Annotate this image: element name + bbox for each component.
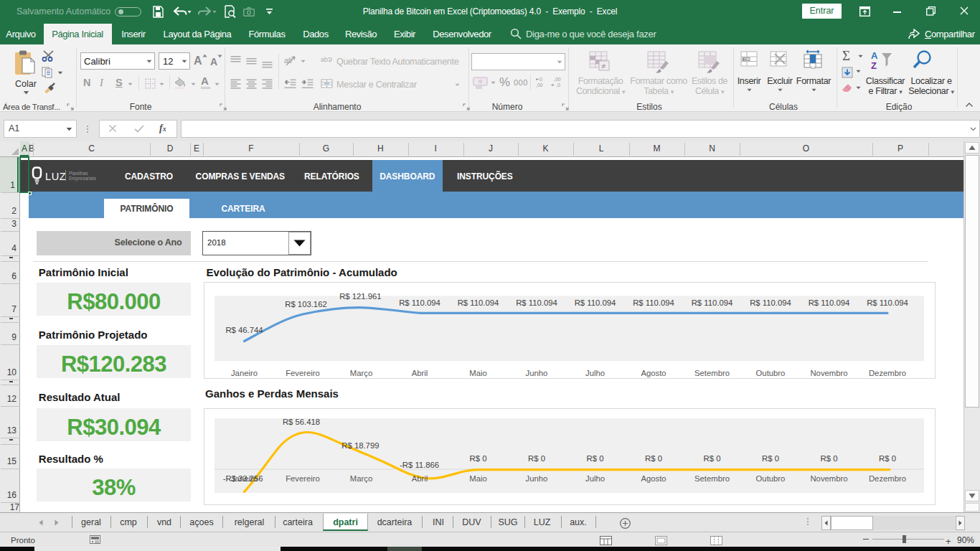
svg-text:R$ 0: R$ 0 — [587, 454, 604, 463]
svg-text:Agosto: Agosto — [641, 474, 666, 483]
svg-text:R$ 46.744: R$ 46.744 — [225, 326, 263, 334]
svg-text:Fevereiro: Fevereiro — [286, 474, 320, 483]
svg-text:Maio: Maio — [469, 474, 487, 483]
svg-text:R$ 110.094: R$ 110.094 — [750, 298, 791, 307]
svg-text:Agosto: Agosto — [641, 369, 666, 377]
svg-text:R$ 0: R$ 0 — [821, 454, 838, 463]
svg-text:Z: Z — [871, 60, 877, 70]
svg-text:R$ 103.162: R$ 103.162 — [285, 300, 326, 309]
svg-text:Novembro: Novembro — [810, 369, 847, 377]
svg-text:0: 0 — [540, 77, 542, 82]
svg-text:R$ 110.094: R$ 110.094 — [458, 298, 499, 307]
svg-text:Dezembro: Dezembro — [869, 369, 906, 377]
svg-text:Março: Março — [350, 369, 372, 377]
svg-text:R$ 110.094: R$ 110.094 — [809, 298, 850, 307]
svg-text:Outubro: Outubro — [756, 369, 786, 377]
svg-text:Março: Março — [350, 474, 372, 483]
svg-text:Junho: Junho — [526, 369, 548, 377]
svg-text:R$ 56.418: R$ 56.418 — [283, 418, 320, 426]
svg-text:R$ 110.094: R$ 110.094 — [516, 298, 557, 307]
svg-text:A: A — [871, 50, 878, 61]
svg-text:R$ 110.094: R$ 110.094 — [575, 298, 616, 307]
svg-text:R$ 0: R$ 0 — [879, 454, 896, 463]
svg-text:ab: ab — [321, 56, 328, 63]
svg-text:Julho: Julho — [585, 369, 605, 377]
svg-text:R$ 0: R$ 0 — [528, 454, 545, 463]
svg-text:Dezembro: Dezembro — [869, 474, 906, 483]
svg-text:-R$ 33.256: -R$ 33.256 — [223, 474, 263, 483]
svg-text:Fevereiro: Fevereiro — [286, 369, 320, 377]
svg-text:R$ 110.094: R$ 110.094 — [633, 298, 674, 307]
svg-text:Setembro: Setembro — [694, 369, 730, 377]
svg-text:Junho: Junho — [526, 474, 548, 483]
svg-text:R$ 0: R$ 0 — [762, 454, 779, 463]
svg-text:Maio: Maio — [469, 369, 487, 377]
svg-text:R$ 0: R$ 0 — [470, 454, 487, 463]
svg-text:R$ 121.961: R$ 121.961 — [339, 292, 381, 301]
svg-text:Janeiro: Janeiro — [231, 369, 258, 377]
svg-text:R$ 110.094: R$ 110.094 — [867, 298, 908, 307]
svg-text:Julho: Julho — [585, 474, 605, 483]
svg-text:Setembro: Setembro — [694, 474, 730, 483]
svg-text:Abril: Abril — [412, 474, 428, 483]
svg-text:R$ 0: R$ 0 — [645, 454, 662, 463]
svg-text:R$ 110.094: R$ 110.094 — [692, 298, 733, 307]
svg-text:R$ 0: R$ 0 — [704, 454, 721, 463]
svg-text:Novembro: Novembro — [810, 474, 847, 483]
svg-text:R$ 18.799: R$ 18.799 — [341, 441, 379, 450]
svg-text:≠: ≠ — [601, 62, 606, 70]
svg-text:Outubro: Outubro — [756, 474, 786, 483]
svg-text:R$ 110.094: R$ 110.094 — [399, 298, 440, 307]
svg-text:Abril: Abril — [412, 369, 428, 377]
svg-text:,00: ,00 — [536, 83, 543, 88]
svg-text:-R$ 11.866: -R$ 11.866 — [400, 461, 439, 469]
